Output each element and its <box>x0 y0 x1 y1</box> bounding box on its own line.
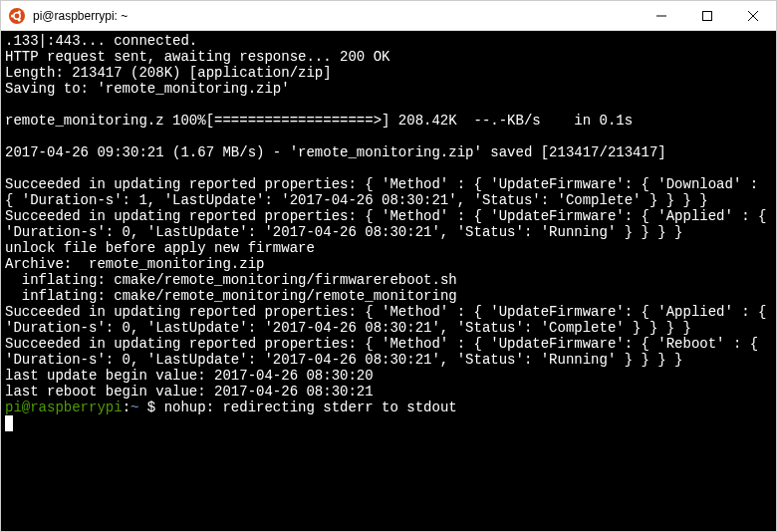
window-title: pi@raspberrypi: ~ <box>33 9 639 23</box>
svg-point-4 <box>18 18 21 21</box>
ubuntu-logo-icon <box>9 8 25 24</box>
terminal-output: .133|:443... connected. HTTP request sen… <box>5 33 772 399</box>
terminal-area[interactable]: .133|:443... connected. HTTP request sen… <box>1 31 776 531</box>
svg-point-2 <box>11 14 14 17</box>
prompt-symbol: $ <box>138 399 163 415</box>
svg-rect-6 <box>703 11 712 20</box>
close-button[interactable] <box>730 1 776 30</box>
terminal-cursor <box>5 415 13 431</box>
prompt-colon: : <box>123 399 130 415</box>
window-controls <box>639 1 776 30</box>
svg-point-3 <box>18 10 21 13</box>
prompt-user-host: pi@raspberrypi <box>5 399 123 415</box>
window-titlebar: pi@raspberrypi: ~ <box>1 1 776 31</box>
minimize-button[interactable] <box>639 1 684 30</box>
maximize-button[interactable] <box>684 1 730 30</box>
prompt-after-text: nohup: redirecting stderr to stdout <box>164 399 457 415</box>
